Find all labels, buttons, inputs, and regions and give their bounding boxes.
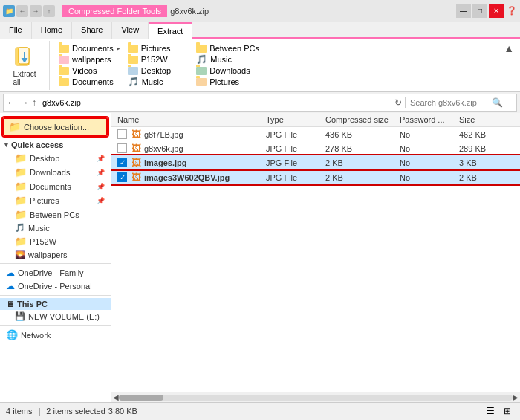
- file-type-cell: JPG File: [266, 158, 325, 167]
- ribbon-collapse-button[interactable]: ▲: [504, 42, 514, 54]
- table-row[interactable]: ✓ 🖼 images.jpg JPG File 2 KB No 3 KB: [111, 155, 520, 169]
- folder-icon: 📁: [15, 195, 27, 206]
- sidebar-item-wallpapers[interactable]: 🌄 wallpapers: [0, 248, 111, 261]
- tiles-view-button[interactable]: ⊞: [501, 404, 514, 418]
- row-checkbox[interactable]: ✓: [117, 172, 127, 182]
- loc-videos[interactable]: Videos: [56, 65, 125, 76]
- folder-icon: 📁: [15, 152, 27, 164]
- loc-between-pcs[interactable]: Between PCs: [193, 43, 262, 54]
- extract-all-icon: [13, 45, 36, 68]
- scroll-right-icon[interactable]: ▶: [513, 393, 519, 401]
- zip-path-label: g8xv6k.zip: [42, 98, 81, 107]
- loc-pictures[interactable]: Pictures: [125, 43, 194, 54]
- pc-icon: 🖥: [6, 300, 14, 308]
- sidebar-downloads-label: Downloads: [30, 168, 70, 177]
- sidebar-item-pictures[interactable]: 📁 Pictures 📌: [0, 193, 111, 207]
- choose-location-button[interactable]: 📁 Choose location...: [3, 117, 108, 136]
- folder-icon: 📁: [15, 167, 27, 178]
- quick-access-icon3[interactable]: ↑: [43, 5, 55, 17]
- row-checkbox[interactable]: [117, 143, 127, 153]
- onedrive-personal-icon: ☁: [6, 281, 15, 291]
- sidebar-item-p152w[interactable]: 📁 P152W: [0, 234, 111, 248]
- tab-view[interactable]: View: [112, 22, 149, 39]
- jpg-icon: 🖼: [131, 143, 141, 154]
- sidebar: 📁 Choose location... ▾ Quick access 📁 De…: [0, 113, 111, 402]
- sidebar-item-onedrive-personal[interactable]: ☁ OneDrive - Personal: [0, 280, 111, 293]
- search-icon[interactable]: 🔍: [492, 97, 503, 108]
- tab-extract[interactable]: Extract: [149, 22, 192, 39]
- quick-access-icon2[interactable]: →: [30, 5, 42, 17]
- tab-home[interactable]: Home: [32, 22, 72, 39]
- file-size-cell: 289 KB: [459, 144, 504, 153]
- nav-up-icon[interactable]: ↑: [30, 97, 38, 108]
- sidebar-item-new-volume[interactable]: 💾 NEW VOLUME (E:): [0, 310, 111, 323]
- address-path[interactable]: g8xv6k.zip: [38, 98, 391, 107]
- sidebar-item-network[interactable]: 🌐 Network: [0, 328, 111, 342]
- choose-location-label: Choose location...: [24, 123, 89, 132]
- file-name: images.jpg: [144, 158, 186, 167]
- loc-desktop[interactable]: Desktop: [125, 65, 194, 76]
- jpg-icon: 🖼: [131, 157, 141, 168]
- table-row[interactable]: 🖼 g8xv6k.jpg JPG File 278 KB No 289 KB: [111, 141, 520, 155]
- sidebar-item-between-pcs[interactable]: 📁 Between PCs: [0, 207, 111, 222]
- horizontal-scrollbar[interactable]: ◀ ▶: [111, 392, 520, 402]
- compressed-tools-label: Compressed Folder Tools: [62, 5, 167, 17]
- table-row[interactable]: ✓ 🖼 images3W602QBV.jpg JPG File 2 KB No …: [111, 170, 520, 184]
- loc-music[interactable]: 🎵 Music: [193, 54, 262, 65]
- search-input[interactable]: [410, 98, 492, 107]
- col-name[interactable]: Name: [117, 115, 266, 124]
- scroll-track[interactable]: [119, 395, 513, 401]
- file-compressed-cell: 2 KB: [325, 173, 400, 182]
- sidebar-item-desktop[interactable]: 📁 Desktop 📌: [0, 151, 111, 165]
- file-compressed-cell: 2 KB: [325, 158, 400, 167]
- row-checkbox[interactable]: [117, 129, 127, 139]
- extract-all-button[interactable]: Extractall: [6, 41, 43, 90]
- file-compressed-cell: 278 KB: [325, 144, 400, 153]
- sidebar-item-this-pc[interactable]: 🖥 This PC: [0, 298, 111, 310]
- scroll-thumb[interactable]: [119, 395, 163, 401]
- tab-file[interactable]: File: [0, 22, 32, 39]
- loc-music2[interactable]: 🎵 Music: [125, 76, 194, 88]
- col-type[interactable]: Type: [266, 115, 325, 124]
- sidebar-item-documents[interactable]: 📁 Documents 📌: [0, 179, 111, 193]
- onedrive-icon: ☁: [6, 268, 15, 278]
- nav-back-icon[interactable]: ←: [4, 97, 19, 108]
- file-size-cell: 2 KB: [459, 173, 504, 182]
- file-list: 🖼 g8f7LB.jpg JPG File 436 KB No 462 KB 🖼…: [111, 127, 520, 392]
- loc-downloads[interactable]: Downloads: [193, 65, 262, 76]
- refresh-icon[interactable]: ↻: [391, 97, 405, 108]
- details-view-button[interactable]: ☰: [484, 404, 498, 418]
- quick-access-icon1[interactable]: ←: [16, 5, 28, 17]
- tab-share[interactable]: Share: [72, 22, 112, 39]
- nav-forward-icon[interactable]: →: [19, 97, 30, 108]
- sidebar-item-onedrive-family[interactable]: ☁ OneDrive - Family: [0, 266, 111, 280]
- file-size-cell: 462 KB: [459, 130, 504, 139]
- close-button[interactable]: ✕: [489, 4, 504, 18]
- sidebar-onedrive-family-label: OneDrive - Family: [18, 268, 84, 277]
- loc-documents2[interactable]: Documents: [56, 76, 125, 88]
- sidebar-between-pcs-label: Between PCs: [30, 210, 79, 219]
- sidebar-item-downloads[interactable]: 📁 Downloads 📌: [0, 165, 111, 179]
- locations-grid: Documents ▸ Pictures Between PCs wallpap…: [56, 43, 262, 88]
- col-password[interactable]: Password ...: [400, 115, 459, 124]
- folder-icon: [196, 78, 207, 86]
- loc-p152w[interactable]: P152W: [125, 54, 194, 65]
- loc-pictures2[interactable]: Pictures: [193, 76, 262, 88]
- sidebar-item-music[interactable]: 🎵 Music: [0, 222, 111, 234]
- table-row[interactable]: 🖼 g8f7LB.jpg JPG File 436 KB No 462 KB: [111, 127, 520, 141]
- help-icon[interactable]: ❓: [507, 6, 517, 16]
- row-checkbox[interactable]: ✓: [117, 158, 127, 167]
- file-name: g8xv6k.jpg: [144, 144, 183, 153]
- quick-access-header[interactable]: ▾ Quick access: [0, 139, 111, 151]
- loc-documents[interactable]: Documents ▸: [56, 43, 125, 54]
- scroll-left-icon[interactable]: ◀: [113, 393, 119, 401]
- col-size[interactable]: Size: [459, 115, 504, 124]
- loc-wallpapers[interactable]: wallpapers: [56, 54, 125, 65]
- pin-icon: 📌: [97, 155, 105, 162]
- sidebar-desktop-label: Desktop: [30, 154, 59, 163]
- maximize-button[interactable]: □: [472, 4, 487, 18]
- minimize-button[interactable]: —: [456, 4, 471, 18]
- col-compressed[interactable]: Compressed size: [325, 115, 400, 124]
- sidebar-new-volume-label: NEW VOLUME (E:): [28, 312, 100, 321]
- file-type-cell: JPG File: [266, 144, 325, 153]
